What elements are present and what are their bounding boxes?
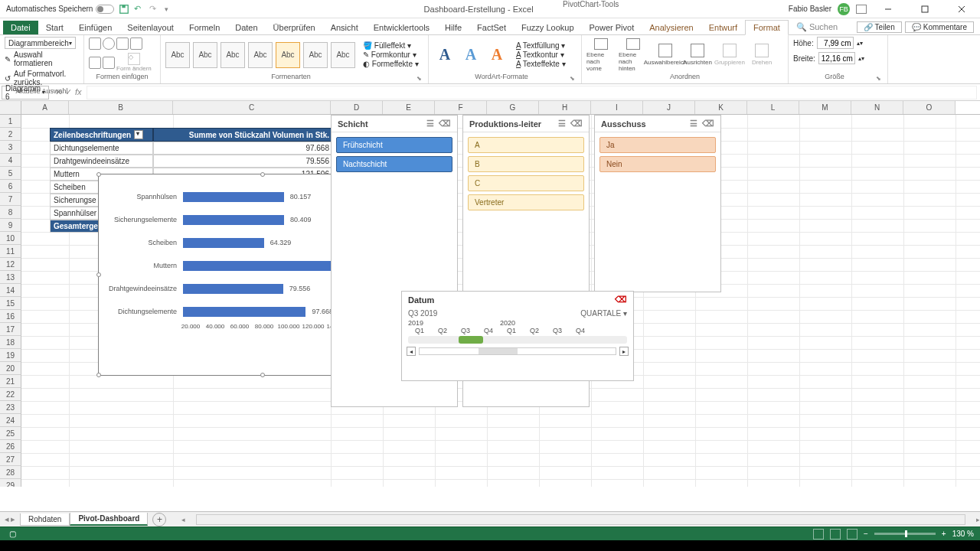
view-normal-icon[interactable] (813, 529, 824, 540)
shape-more-icon[interactable] (103, 57, 115, 69)
column-header[interactable]: D (331, 101, 383, 114)
row-header[interactable]: 18 (0, 336, 21, 349)
shape-line-icon[interactable] (116, 37, 129, 50)
zoom-slider[interactable] (874, 533, 936, 535)
shape-style-6[interactable]: Abc (303, 42, 328, 68)
rotate-button[interactable]: Drehen (747, 38, 776, 72)
chart-bar[interactable] (183, 215, 284, 225)
row-header[interactable]: 14 (0, 284, 21, 297)
row-header[interactable]: 17 (0, 323, 21, 336)
shape-style-5[interactable]: Abc (276, 42, 300, 68)
row-header[interactable]: 29 (0, 479, 21, 487)
view-pagebreak-icon[interactable] (847, 529, 858, 540)
row-header[interactable]: 11 (0, 245, 21, 258)
shape-style-3[interactable]: Abc (220, 42, 245, 68)
timeline-quarter-label[interactable]: Q3 (546, 327, 569, 334)
shape-style-4[interactable]: Abc (248, 42, 273, 68)
autosave-toggle[interactable]: Automatisches Speichern (6, 5, 114, 14)
row-header[interactable]: 2 (0, 128, 21, 141)
dialog-launcher-icon[interactable]: ⬊ (416, 75, 423, 82)
add-sheet-button[interactable]: + (152, 513, 166, 527)
chart-bar[interactable] (183, 307, 305, 317)
pivot-row-label[interactable]: Scheiben (50, 181, 103, 194)
tab-formulas[interactable]: Formeln (181, 21, 227, 34)
column-header[interactable]: H (539, 101, 591, 114)
column-header[interactable]: L (747, 101, 799, 114)
name-box[interactable]: Diagramm 6▾ (2, 86, 49, 99)
shape-style-2[interactable]: Abc (193, 42, 217, 68)
timeline-track[interactable] (408, 336, 627, 344)
chart-bar[interactable] (183, 284, 283, 294)
selection-pane-button[interactable]: Auswahlbereich (651, 38, 680, 72)
ribbon-display-icon[interactable] (856, 5, 867, 14)
clear-filter-icon[interactable]: ⌫ (439, 119, 451, 129)
column-header[interactable]: K (695, 101, 747, 114)
column-header[interactable]: B (69, 101, 173, 114)
tab-factset[interactable]: FactSet (469, 21, 514, 34)
tab-search[interactable]: 🔍 Suchen (789, 20, 845, 34)
row-header[interactable]: 28 (0, 466, 21, 479)
row-header[interactable]: 13 (0, 271, 21, 284)
shape-arrow-icon[interactable] (130, 37, 142, 50)
slicer-item[interactable]: Frühschicht (336, 137, 452, 153)
row-header[interactable]: 27 (0, 453, 21, 466)
tab-file[interactable]: Datei (3, 21, 38, 34)
sheet-nav-next-icon[interactable]: ▸ (11, 514, 15, 524)
group-button[interactable]: Gruppieren (715, 38, 744, 72)
tab-start[interactable]: Start (38, 21, 71, 34)
record-macro-icon[interactable]: ▢ (9, 530, 16, 538)
row-header[interactable]: 7 (0, 193, 21, 206)
tab-fuzzy[interactable]: Fuzzy Lookup (514, 21, 581, 34)
align-button[interactable]: Ausrichten (683, 38, 712, 72)
wordart-style-2[interactable]: A (459, 42, 482, 68)
timeline-selection[interactable] (459, 336, 483, 344)
row-header[interactable]: 9 (0, 219, 21, 232)
undo-icon[interactable]: ↶ (134, 4, 145, 15)
spinner-icon[interactable]: ▴▾ (857, 40, 863, 47)
chart-bar[interactable] (183, 261, 336, 271)
redo-icon[interactable]: ↷ (149, 4, 160, 15)
enter-icon[interactable]: ✓ (65, 87, 72, 97)
column-header[interactable]: C (173, 101, 331, 114)
chart-bar[interactable] (183, 192, 284, 202)
tab-format[interactable]: Format (745, 20, 789, 35)
row-header[interactable]: 10 (0, 232, 21, 245)
shape-fill-button[interactable]: 🪣 Fülleffekt ▾ (363, 41, 419, 50)
row-header[interactable]: 21 (0, 375, 21, 388)
row-header[interactable]: 24 (0, 414, 21, 427)
timeline-datum[interactable]: Datum ⌫ Q3 2019 QUARTALE ▾ 20192020 Q1Q2… (401, 291, 634, 381)
zoom-out-icon[interactable]: − (864, 530, 868, 538)
formula-input[interactable] (87, 86, 977, 99)
user-avatar[interactable]: FB (838, 3, 850, 15)
pivot-row-label[interactable]: Spannhülser (50, 207, 103, 220)
row-header[interactable]: 8 (0, 206, 21, 219)
row-header[interactable]: 25 (0, 427, 21, 440)
slicer-item[interactable]: Ja (599, 137, 716, 153)
slicer-item[interactable]: C (468, 175, 584, 191)
tab-design[interactable]: Entwurf (701, 21, 745, 34)
tab-data[interactable]: Daten (227, 21, 265, 34)
slicer-item[interactable]: Nein (599, 156, 716, 172)
shape-effects-button[interactable]: ◐ Formeffekte ▾ (363, 60, 419, 68)
row-header[interactable]: 22 (0, 388, 21, 401)
column-header[interactable]: A (21, 101, 69, 114)
shape-rect-icon[interactable] (89, 37, 101, 50)
clear-timeline-icon[interactable]: ⌫ (615, 295, 627, 305)
tab-view[interactable]: Ansicht (323, 21, 366, 34)
tab-help[interactable]: Hilfe (437, 21, 469, 34)
send-backward-button[interactable]: Ebene nach hinten (619, 38, 648, 72)
row-header[interactable]: 23 (0, 401, 21, 414)
slicer-item[interactable]: Nachtschicht (336, 156, 452, 172)
format-selection-button[interactable]: ✎ Auswahl formatieren (5, 50, 79, 68)
text-outline-button[interactable]: A Textkontur ▾ (516, 51, 566, 59)
fx-icon[interactable]: fx (75, 87, 82, 97)
worksheet-grid[interactable]: ABCDEFGHIJKLMNO 123456789101112131415161… (0, 101, 980, 487)
height-input[interactable] (817, 37, 854, 49)
tab-insert[interactable]: Einfügen (71, 21, 119, 34)
text-effects-button[interactable]: A Texteffekte ▾ (516, 60, 566, 68)
shape-outline-button[interactable]: ✎ Formkontur ▾ (363, 51, 419, 59)
timeline-quarter-label[interactable]: Q2 (431, 327, 454, 334)
timeline-quarter-label[interactable]: Q4 (477, 327, 500, 334)
clear-filter-icon[interactable]: ⌫ (570, 119, 583, 129)
view-pagelayout-icon[interactable] (830, 529, 841, 540)
